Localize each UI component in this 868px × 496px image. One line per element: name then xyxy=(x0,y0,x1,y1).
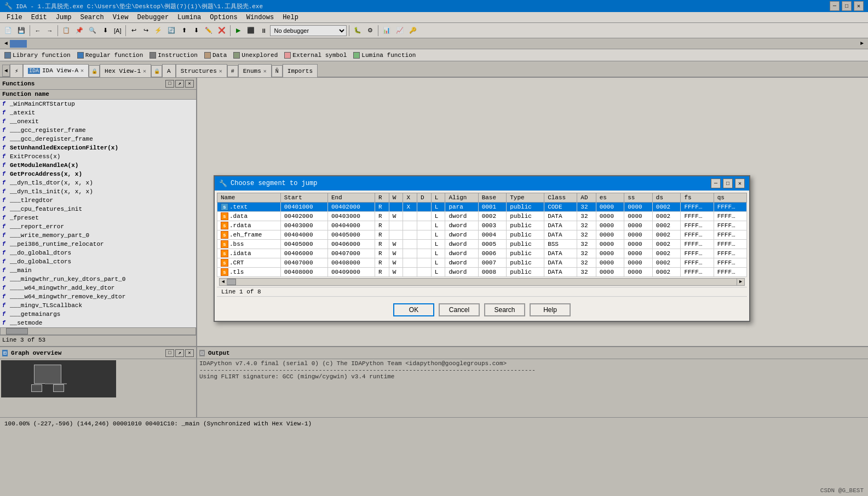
cell-qs: FFFF… xyxy=(714,203,746,212)
table-row[interactable]: S.CRT 00407000 00408000 R W L dword 0007… xyxy=(217,258,747,268)
modal-title-bar: 🔧 Choose segment to jump ─ □ ✕ xyxy=(215,176,749,191)
cell-fs: FFFF… xyxy=(681,230,714,240)
table-row[interactable]: S.bss 00405000 00406000 R W L dword 0005… xyxy=(217,240,747,249)
cell-ss: 0000 xyxy=(624,212,653,221)
cancel-button[interactable]: Cancel xyxy=(439,303,480,316)
table-row[interactable]: S.rdata 00403000 00404000 R L dword 0003… xyxy=(217,221,747,230)
cell-fs: FFFF… xyxy=(681,258,714,268)
cell-end: 00404000 xyxy=(327,221,375,230)
cell-class: DATA xyxy=(544,212,577,221)
row-icon: S xyxy=(221,250,228,257)
cell-ds: 0002 xyxy=(652,249,681,258)
cell-start: 00401000 xyxy=(280,203,327,212)
cell-name: S.bss xyxy=(217,240,281,249)
cell-d xyxy=(417,203,432,212)
modal-overlay: 🔧 Choose segment to jump ─ □ ✕ Name Star… xyxy=(0,0,868,496)
cell-align: dword xyxy=(445,249,478,258)
modal-dialog: 🔧 Choose segment to jump ─ □ ✕ Name Star… xyxy=(214,175,750,322)
table-row[interactable]: S.data 00402000 00403000 R W L dword 000… xyxy=(217,212,747,221)
scrollbar-left-arrow[interactable]: ◄ xyxy=(220,279,227,285)
col-start: Start xyxy=(280,193,327,203)
col-ad: AD xyxy=(577,193,596,203)
cell-name: S.idata xyxy=(217,249,281,258)
cell-type: public xyxy=(507,268,544,277)
segment-table: Name Start End R W X D L Align Base Type… xyxy=(217,193,747,277)
modal-close[interactable]: ✕ xyxy=(735,178,745,188)
cell-es: 0000 xyxy=(596,203,624,212)
modal-line-status: Line 1 of 8 xyxy=(217,287,747,297)
cell-es: 0000 xyxy=(596,268,624,277)
cell-r: R xyxy=(375,230,389,240)
cell-qs: FFFF… xyxy=(714,268,746,277)
table-row[interactable]: S.tls 00408000 00409000 R W L dword 0008… xyxy=(217,268,747,277)
cell-start: 00404000 xyxy=(280,230,327,240)
cell-start: 00407000 xyxy=(280,258,327,268)
cell-w: W xyxy=(389,249,403,258)
cell-align: dword xyxy=(445,221,478,230)
cell-x xyxy=(403,212,417,221)
cell-align: dword xyxy=(445,268,478,277)
cell-es: 0000 xyxy=(596,212,624,221)
cell-ad: 32 xyxy=(577,258,596,268)
cell-es: 0000 xyxy=(596,258,624,268)
cell-r: R xyxy=(375,212,389,221)
cell-r: R xyxy=(375,203,389,212)
cell-ds: 0002 xyxy=(652,212,681,221)
cell-ds: 0002 xyxy=(652,221,681,230)
cell-align: dword xyxy=(445,212,478,221)
cell-w: W xyxy=(389,268,403,277)
cell-type: public xyxy=(507,240,544,249)
cell-l: L xyxy=(431,230,445,240)
cell-base: 0007 xyxy=(478,258,507,268)
modal-minimize[interactable]: ─ xyxy=(711,178,721,188)
cell-es: 0000 xyxy=(596,221,624,230)
cell-class: DATA xyxy=(544,268,577,277)
cell-ss: 0000 xyxy=(624,240,653,249)
table-row[interactable]: S.idata 00406000 00407000 R W L dword 00… xyxy=(217,249,747,258)
help-button[interactable]: Help xyxy=(530,303,571,316)
modal-table-container[interactable]: Name Start End R W X D L Align Base Type… xyxy=(217,193,747,277)
col-base: Base xyxy=(478,193,507,203)
row-icon: S xyxy=(221,212,228,220)
col-d: D xyxy=(417,193,432,203)
modal-maximize[interactable]: □ xyxy=(723,178,733,188)
cell-type: public xyxy=(507,212,544,221)
cell-l: L xyxy=(431,268,445,277)
row-icon: S xyxy=(221,259,228,267)
modal-controls: ─ □ ✕ xyxy=(711,178,745,188)
cell-qs: FFFF… xyxy=(714,230,746,240)
cell-end: 00406000 xyxy=(327,240,375,249)
cell-l: L xyxy=(431,221,445,230)
cell-name: S.CRT xyxy=(217,258,281,268)
cell-base: 0005 xyxy=(478,240,507,249)
cell-r: R xyxy=(375,240,389,249)
cell-name: S.eh_frame xyxy=(217,230,281,240)
search-button[interactable]: Search xyxy=(484,303,525,316)
col-es: es xyxy=(596,193,624,203)
cell-w: W xyxy=(389,240,403,249)
cell-base: 0001 xyxy=(478,203,507,212)
cell-ds: 0002 xyxy=(652,258,681,268)
table-row[interactable]: S.eh_frame 00404000 00405000 R L dword 0… xyxy=(217,230,747,240)
col-x: X xyxy=(403,193,417,203)
table-row[interactable]: S.text 00401000 00402000 R X L para 0001… xyxy=(217,203,747,212)
modal-horizontal-scrollbar[interactable]: ► ◄ xyxy=(219,278,745,286)
cell-class: DATA xyxy=(544,258,577,268)
cell-start: 00403000 xyxy=(280,221,327,230)
scrollbar-right-arrow[interactable]: ► xyxy=(737,279,744,285)
ok-button[interactable]: OK xyxy=(393,303,434,316)
cell-qs: FFFF… xyxy=(714,240,746,249)
cell-fs: FFFF… xyxy=(681,268,714,277)
row-icon: S xyxy=(221,203,228,211)
cell-base: 0002 xyxy=(478,212,507,221)
row-icon: S xyxy=(221,222,228,229)
cell-type: public xyxy=(507,258,544,268)
cell-base: 0006 xyxy=(478,249,507,258)
cell-end: 00408000 xyxy=(327,258,375,268)
cell-base: 0004 xyxy=(478,230,507,240)
col-fs: fs xyxy=(681,193,714,203)
cell-ad: 32 xyxy=(577,249,596,258)
cell-x xyxy=(403,221,417,230)
segment-table-body: S.text 00401000 00402000 R X L para 0001… xyxy=(217,203,747,277)
col-ss: ss xyxy=(624,193,653,203)
